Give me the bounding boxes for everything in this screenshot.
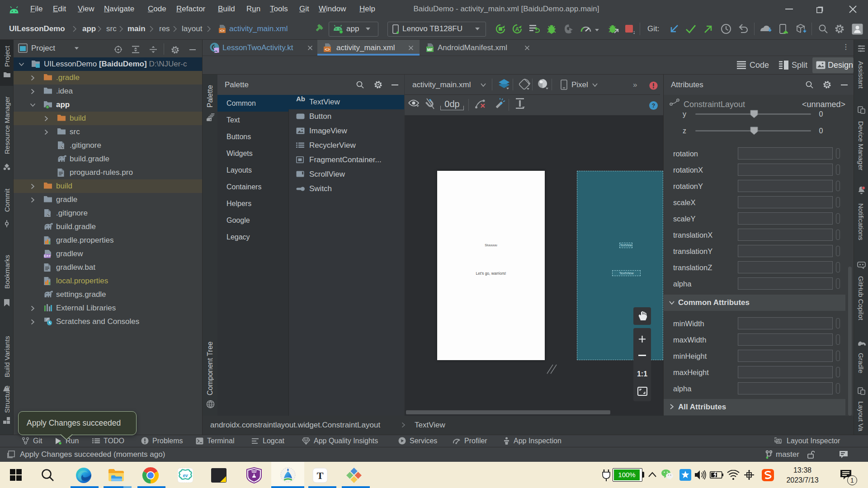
svg-text:<>: <> [220, 28, 225, 33]
svg-text:?: ? [652, 103, 656, 109]
svg-text:A: A [515, 26, 519, 33]
svg-text:ev: ev [183, 473, 189, 478]
svg-text:MF: MF [427, 47, 433, 52]
svg-text:2: 2 [633, 30, 635, 34]
svg-text:C++: C++ [44, 254, 51, 258]
svg-text:<>: <> [325, 47, 330, 52]
svg-text:T: T [317, 470, 324, 481]
